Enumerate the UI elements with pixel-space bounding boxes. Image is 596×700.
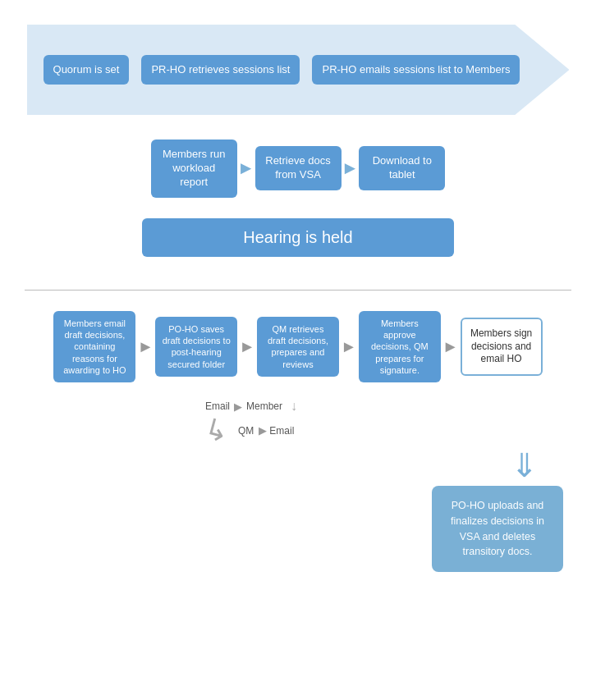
bottom-box: PO-HO uploads and finalizes decisions in… [432,486,563,572]
arrow-r3-4: ► [442,337,459,356]
arrow2: ► [342,158,360,179]
email2-label: Email [269,425,294,437]
email-arrow-icon: ▶ [234,400,242,413]
po-ho-saves-box: PO-HO saves draft decisions to post-hear… [155,317,237,377]
member-label: Member [246,400,282,412]
row1-container: Quorum is set PR-HO retrieves sessions l… [8,25,588,115]
down-arrow-blue-icon: ⇓ [511,449,539,482]
curved-arrow-icon: ↲ [202,414,232,447]
members-email-draft-box: Members email draft decisions, containin… [53,311,135,382]
big-arrow: Quorum is set PR-HO retrieves sessions l… [27,25,570,115]
download-tablet-box: Download to tablet [359,146,445,190]
retrieve-docs-box: Retrieve docs from VSA [255,146,342,190]
members-approve-box: Members approve decisions, QM prepares f… [359,311,441,382]
members-workload-box: Members run workload report [151,140,237,198]
quorum-box: Quorum is set [44,55,130,85]
hearing-banner: Hearing is held [142,218,454,257]
pr-ho-emails-box: PR-HO emails sessions list to Members [312,55,520,85]
row3-container: Members email draft decisions, containin… [8,311,588,382]
qm-arrow-icon: ▶ [259,424,267,437]
arrow-r3-1: ► [137,337,154,356]
qm-retrieves-box: QM retrieves draft decisions, prepares a… [257,317,339,377]
row2-container: Members run workload report ► Retrieve d… [8,140,588,198]
main-diagram: Quorum is set PR-HO retrieves sessions l… [0,0,596,605]
email-label: Email [205,400,230,412]
bottom-box-container: PO-HO uploads and finalizes decisions in… [8,486,588,572]
arrow-r3-2: ► [239,337,255,356]
arrow1: ► [237,158,255,179]
qm-label: QM [238,425,254,437]
down-arrow-container: ⇓ [8,449,588,482]
down-arrow-annotation: ↓ [291,399,297,414]
pr-ho-retrieves-box: PR-HO retrieves sessions list [141,55,300,85]
divider [25,290,571,291]
arrow-r3-3: ► [341,337,357,356]
members-sign-box: Members sign decisions and email HO [461,318,543,376]
